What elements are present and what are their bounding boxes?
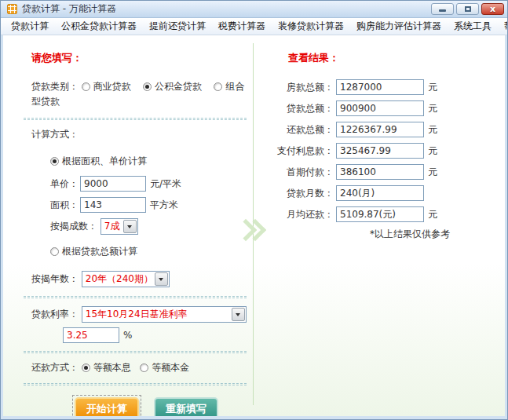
rate-percent-input[interactable] — [63, 327, 119, 343]
separator — [24, 383, 247, 385]
result-row-loan-months: 贷款月数： — [268, 185, 503, 201]
menu-item-help[interactable]: 帮助(H) — [499, 18, 508, 35]
result-row-down-payment: 首期付款：元 — [268, 164, 503, 180]
separator — [24, 351, 247, 353]
radio-equal-installment[interactable]: 等额本息 — [82, 362, 134, 373]
result-row-monthly-payment: 月均还款：元 — [268, 206, 503, 222]
radio-icon[interactable] — [214, 82, 222, 91]
dropdown-arrow-icon[interactable] — [123, 220, 137, 233]
input-panel: 请您填写： 贷款类别： 商业贷款 公积金贷款 组合型贷款 计算方式： 根据面积、… — [9, 40, 249, 416]
radio-icon[interactable] — [82, 82, 90, 91]
window-title: 贷款计算 - 万能计算器 — [22, 2, 116, 16]
form-heading: 请您填写： — [31, 51, 249, 65]
minimize-button[interactable] — [431, 3, 454, 15]
mortgage-ratio-select[interactable]: 7成 — [101, 218, 138, 235]
loan-rate-row: 贷款利率： 15年10月24日基准利率 — [31, 306, 249, 323]
mortgage-ratio-label: 按揭成数： — [50, 219, 97, 234]
menu-item-loan-calc[interactable]: 贷款计算 — [5, 18, 54, 35]
radio-by-area-price[interactable]: 根据面积、单价计算 — [50, 154, 249, 169]
radio-fund-loan[interactable]: 公积金贷款 — [143, 81, 205, 92]
maximize-icon — [465, 6, 471, 12]
app-window: 贷款计算 - 万能计算器 x 贷款计算 公积金贷款计算器 提前还贷计算 税费计算… — [0, 0, 508, 420]
radio-icon[interactable] — [82, 363, 90, 372]
menu-item-tax-calc[interactable]: 税费计算器 — [213, 18, 271, 35]
dropdown-arrow-icon[interactable] — [155, 272, 168, 286]
radio-equal-principal[interactable]: 等额本金 — [140, 362, 189, 373]
content-area: 请您填写： 贷款类别： 商业贷款 公积金贷款 组合型贷款 计算方式： 根据面积、… — [3, 35, 505, 416]
title-bar: 贷款计算 - 万能计算器 x — [1, 1, 507, 18]
unit-price-row: 单价：元/平米 — [50, 176, 249, 192]
area-row: 面积：平方米 — [50, 197, 249, 213]
loan-type-label: 贷款类别： — [31, 79, 79, 94]
dropdown-arrow-icon[interactable] — [232, 308, 245, 321]
radio-icon[interactable] — [140, 363, 148, 372]
area-label: 面积： — [50, 198, 80, 213]
repayment-method-row: 还款方式： 等额本息 等额本金 — [31, 360, 249, 375]
minimize-icon — [439, 9, 446, 12]
loan-rate-select[interactable]: 15年10月24日基准利率 — [82, 306, 247, 323]
app-grid-icon — [7, 4, 17, 14]
menu-item-fund-loan-calc[interactable]: 公积金贷款计算器 — [56, 18, 142, 35]
result-row-total-loan: 贷款总额：元 — [268, 100, 503, 116]
area-input[interactable] — [80, 197, 146, 213]
monthly-payment-field[interactable] — [336, 206, 424, 222]
unit-price-label: 单价： — [50, 177, 80, 192]
button-row: 开始计算 重新填写 — [72, 395, 249, 416]
total-repayment-field[interactable] — [336, 122, 424, 137]
result-row-total-house-price: 房款总额：元 — [268, 79, 503, 95]
down-payment-field[interactable] — [336, 164, 424, 180]
total-loan-field[interactable] — [336, 100, 424, 116]
menu-item-affordability-calc[interactable]: 购房能力评估计算器 — [351, 18, 447, 35]
mortgage-years-row: 按揭年数： 20年（240期） — [31, 271, 249, 287]
loan-rate-label: 贷款利率： — [31, 307, 79, 322]
calculate-button[interactable]: 开始计算 — [75, 397, 139, 416]
separator — [24, 118, 247, 120]
loan-months-field[interactable] — [336, 185, 424, 201]
radio-icon[interactable] — [50, 157, 59, 166]
calc-method-label: 计算方式： — [31, 127, 249, 142]
percent-suffix: % — [123, 330, 132, 341]
menu-item-renovation-loan-calc[interactable]: 装修贷款计算器 — [272, 18, 349, 35]
radio-icon[interactable] — [50, 247, 59, 256]
maximize-button[interactable] — [456, 3, 479, 15]
reset-button[interactable]: 重新填写 — [154, 397, 218, 416]
radio-commercial-loan[interactable]: 商业贷款 — [82, 81, 134, 92]
loan-type-row: 贷款类别： 商业贷款 公积金贷款 组合型贷款 — [31, 79, 253, 109]
menu-bar: 贷款计算 公积金贷款计算器 提前还贷计算 税费计算器 装修贷款计算器 购房能力评… — [1, 18, 507, 35]
radio-icon[interactable] — [143, 82, 152, 91]
rate-percent-row: % — [63, 327, 249, 343]
calculate-button-focus: 开始计算 — [72, 395, 141, 416]
repayment-method-label: 还款方式： — [31, 360, 79, 375]
radio-by-total-amount[interactable]: 根据贷款总额计算 — [50, 244, 249, 259]
mortgage-years-label: 按揭年数： — [31, 272, 79, 287]
area-suffix: 平方米 — [150, 199, 178, 210]
result-row-total-interest: 支付利息款：元 — [268, 143, 503, 159]
result-panel: 查看结果： 房款总额：元 贷款总额：元 还款总额：元 支付利息款：元 首期付款：… — [268, 40, 503, 241]
mortgage-ratio-row: 按揭成数： 7成 — [50, 218, 249, 235]
menu-item-system-tools[interactable]: 系统工具 — [448, 18, 497, 35]
menu-item-prepayment-calc[interactable]: 提前还贷计算 — [144, 18, 211, 35]
reference-note: *以上结果仅供参考 — [370, 228, 503, 241]
separator — [24, 296, 247, 298]
result-row-total-repayment: 还款总额：元 — [268, 122, 503, 137]
total-interest-field[interactable] — [336, 143, 424, 159]
total-house-price-field[interactable] — [336, 79, 424, 95]
close-icon: x — [490, 5, 495, 13]
unit-price-suffix: 元/平米 — [150, 178, 181, 189]
mortgage-years-select[interactable]: 20年（240期） — [82, 271, 170, 287]
close-button[interactable]: x — [481, 3, 504, 15]
result-heading: 查看结果： — [288, 51, 503, 65]
unit-price-input[interactable] — [80, 176, 146, 192]
